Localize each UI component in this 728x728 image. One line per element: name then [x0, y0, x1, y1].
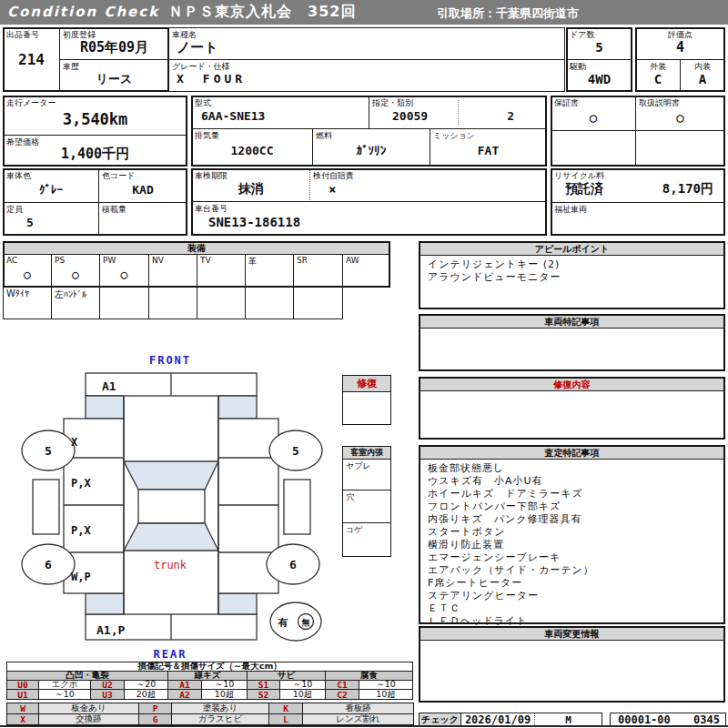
rear-right-corner: [218, 593, 257, 614]
equipment-extra-cell: [197, 287, 246, 319]
interior-row-hole: 穴: [343, 490, 390, 523]
list-line: スタートボタン: [428, 526, 716, 539]
title-bar: Condition Check ＮＰＳ東京入札会 352回 引取場所：千葉県四街…: [0, 0, 728, 25]
equipment-cell-tv: TV: [197, 254, 246, 288]
interior-row-burn: コゲ: [343, 523, 390, 556]
exterior-grade-cell: 外装 C: [635, 59, 681, 92]
legend-value: 10超: [359, 689, 413, 700]
equipment-extra-cell: [148, 287, 197, 319]
equipment-cell-aw: AW: [342, 254, 390, 288]
class-cell: 指定・類別 20059 2: [369, 96, 547, 129]
manual-mark: ○: [636, 96, 724, 130]
appeal-points-title: アピールポイント: [420, 243, 723, 256]
list-line: エアバック（サイド・カーテン）: [428, 564, 716, 577]
equipment-mark: ○: [52, 255, 99, 287]
inspection-value: 抹消: [192, 169, 309, 201]
fuel-value: ｶﾞｿﾘﾝ: [313, 129, 430, 165]
legend-code: G: [138, 713, 172, 725]
presence-yes-label: 有: [278, 617, 288, 629]
equipment-cell-sr: SR: [293, 254, 343, 288]
warranty-mark: ○: [551, 96, 635, 130]
lot-number-cell: 出品番号 214: [3, 27, 60, 92]
manual-cell: 取扱説明書 ○: [635, 96, 725, 131]
first-registration-cell: 初度登録 R05年09月: [59, 27, 169, 60]
inspection-cell: 車検期限 抹消: [191, 168, 310, 202]
condition-check-sheet: Condition Check ＮＰＳ東京入札会 352回 引取場所：千葉県四街…: [0, 0, 728, 728]
equipment-extra-cell: [99, 287, 149, 319]
front-label: FRONT: [149, 354, 191, 367]
warranty-empty-cell: [551, 130, 636, 166]
list-line: ウスキズ有 小A小U有: [428, 475, 716, 488]
interior-grade-cell: 内装 A: [680, 59, 725, 92]
drive-cell: 駆動 4WD: [566, 59, 632, 92]
left-panel-code: P,X: [71, 524, 91, 537]
wheel-code-fr: 5: [292, 444, 299, 458]
equipment-extra-cell: [245, 287, 294, 319]
assessment-box: 査定特記事項 板金部状態悪しウスキズ有 小A小U有ホイールキズ ドアミラーキズフ…: [419, 445, 725, 624]
legend-code: S2: [247, 689, 280, 700]
equipment-mark: [294, 255, 342, 287]
insurance-mark: ×: [310, 169, 428, 201]
equipment-cell-pw: PW ○: [99, 254, 149, 288]
model-name-cell: 車種名 ノート: [168, 27, 565, 60]
first-registration-value: R05年09月: [60, 28, 168, 59]
rear-window: [124, 523, 218, 551]
left-mirror: [33, 480, 59, 534]
trunk-label: trunk: [154, 559, 187, 571]
displacement-value: 1200CC: [192, 129, 312, 165]
manual-empty-cell: [635, 130, 725, 166]
legend-code: U3: [90, 689, 125, 700]
list-line: エマージェンシーブレーキ: [428, 551, 716, 564]
list-line: フロントバンパー下部キズ: [428, 500, 716, 513]
history-value: リース: [60, 60, 168, 91]
windshield: [124, 461, 218, 490]
list-line: アラウンドビューモニター: [428, 271, 716, 284]
repair-detail-box: 修復内容: [419, 377, 725, 440]
interior-grade-value: A: [681, 60, 724, 91]
exterior-grade-value: C: [636, 60, 680, 91]
legend-code: L: [268, 713, 303, 725]
legend-code: X: [6, 713, 39, 725]
wheel-code-fl: 5: [45, 444, 52, 458]
auction-title: ＮＰＳ東京入札会 352回: [168, 3, 356, 22]
check-date-value: 2026/01/09: [461, 713, 534, 726]
rear-label: REAR: [154, 648, 187, 661]
assessment-title: 査定特記事項: [420, 447, 723, 460]
recycle-cell: リサイクル料 預託済 8,170円: [551, 168, 725, 203]
color-code-cell: 色コード KAD: [98, 168, 187, 203]
cabin-interior-box: 客室内張 ヤブレ 穴 コゲ: [342, 446, 391, 557]
equipment-mark: [197, 255, 245, 287]
repair-detail-title: 修復内容: [420, 379, 723, 391]
equipment-cell-nv: NV: [148, 254, 197, 288]
rear-left-corner: [86, 593, 124, 614]
equipment-mark: [343, 255, 389, 287]
list-line: ホイールキズ ドアミラーキズ: [428, 488, 716, 500]
equipment-cell-ac: AC ○: [3, 254, 52, 288]
equipment-mark: [149, 255, 197, 287]
equipment-extra-cell: [293, 287, 343, 319]
price-value: 1,400千円: [4, 136, 187, 165]
body-color-cell: 車体色 ｸﾞﾚｰ: [3, 168, 99, 203]
legend-value: 10超: [279, 689, 326, 700]
list-line: 内張りキズ パンク修理器具有: [428, 513, 716, 526]
interior-row-tear: ヤブレ: [343, 460, 390, 490]
legend-value: 交換跡: [38, 713, 139, 725]
equipment-mark: ○: [100, 255, 148, 287]
front-bumper-code: A1: [102, 379, 116, 393]
warranty-cell: 保証書 ○: [551, 96, 636, 131]
change-info-title: 車両変更情報: [420, 628, 723, 641]
vehicle-notes-title: 車両特記事項: [420, 316, 723, 329]
class-divider: [458, 100, 459, 125]
score-cell: 評価点 4: [635, 27, 725, 60]
legend-value: 20超: [124, 689, 168, 700]
odometer-cell: 走行メーター 3,540km: [3, 96, 187, 136]
presence-no-label: 無: [301, 618, 310, 627]
drive-value: 4WD: [567, 60, 632, 91]
doc-serial-value: 0345: [611, 713, 725, 726]
insurance-empty-cell: [428, 168, 547, 202]
front-right-corner: [218, 396, 257, 419]
doors-value: 5: [567, 28, 632, 59]
appeal-points-list: インテリジェントキー (2)アラウンドビューモニター: [420, 256, 723, 287]
history-cell: 車歴 リース: [59, 59, 169, 92]
appeal-points-box: アピールポイント インテリジェントキー (2)アラウンドビューモニター: [419, 241, 725, 309]
